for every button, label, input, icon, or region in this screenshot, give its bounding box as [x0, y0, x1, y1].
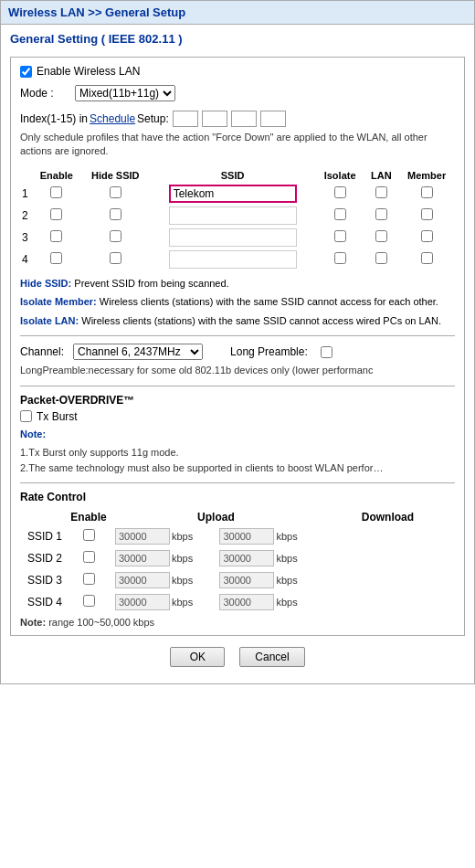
row-num-4: 4	[20, 249, 32, 270]
row3-lan-checkbox[interactable]	[375, 230, 387, 242]
row2-ssid-input[interactable]	[169, 206, 297, 225]
table-row: 4	[20, 249, 455, 270]
row4-ssid-input[interactable]	[169, 250, 297, 269]
rate-control-title: Rate Control	[20, 491, 455, 503]
rate-ssid3-upload-cell: kbps	[111, 569, 216, 591]
rate-ssid3-enable[interactable]	[83, 573, 95, 585]
schedule-input-3[interactable]	[231, 111, 257, 127]
rate-row-1: SSID 1 kbps kbp	[20, 525, 455, 547]
schedule-row: Index(1-15) in Schedule Setup:	[20, 111, 455, 127]
rate-note-label: Note:	[20, 617, 46, 628]
enable-wireless-checkbox[interactable]	[20, 66, 32, 78]
row1-isolate-cell	[316, 183, 364, 205]
tx-burst-checkbox[interactable]	[20, 410, 32, 422]
button-row: OK Cancel	[10, 647, 465, 676]
ssid-note-2: Isolate Member: Wireless clients (statio…	[20, 294, 455, 310]
schedule-input-1[interactable]	[173, 111, 198, 127]
hide-ssid-note-text: Prevent SSID from being scanned.	[74, 278, 228, 289]
row3-isolate-checkbox[interactable]	[334, 230, 346, 242]
schedule-input-4[interactable]	[260, 111, 286, 127]
col-isolate: Isolate	[316, 168, 364, 183]
row2-member-checkbox[interactable]	[421, 208, 433, 220]
row2-hide-checkbox[interactable]	[110, 208, 121, 220]
rate-ssid2-upload-cell: kbps	[111, 547, 216, 569]
note-section: Note:	[20, 427, 455, 442]
rate-ssid1-download-kbps: kbps	[276, 531, 297, 542]
row3-ssid-input[interactable]	[169, 228, 297, 247]
rate-ssid1-download-cell: kbps	[216, 525, 320, 547]
rate-ssid2-download-cell: kbps	[216, 547, 320, 569]
rate-ssid2-download-input[interactable]	[219, 550, 274, 566]
rate-note: Note: range 100~50,000 kbps	[20, 617, 455, 628]
rate-col-download: Download	[321, 509, 455, 525]
row4-enable-checkbox[interactable]	[50, 252, 62, 264]
row1-isolate-checkbox[interactable]	[334, 186, 346, 198]
channel-row: Channel: Channel 6, 2437MHz Channel 1, 2…	[20, 344, 455, 360]
col-enable: Enable	[32, 168, 81, 183]
rate-ssid3-download-cell: kbps	[216, 569, 320, 591]
rate-row-4: SSID 4 kbps kbp	[20, 591, 455, 613]
row3-hide-checkbox[interactable]	[110, 230, 121, 242]
row2-isolate-cell	[316, 205, 364, 227]
mode-select[interactable]: Mixed(11b+11g) 11b Only 11g Only	[75, 85, 175, 101]
hide-ssid-note-label: Hide SSID:	[20, 278, 71, 289]
rate-ssid2-enable[interactable]	[83, 551, 95, 563]
row4-hide-checkbox[interactable]	[110, 252, 121, 264]
mode-row: Mode : Mixed(11b+11g) 11b Only 11g Only	[20, 85, 455, 101]
row3-enable-checkbox[interactable]	[50, 230, 62, 242]
row-num-2: 2	[20, 205, 32, 227]
row1-member-checkbox[interactable]	[421, 186, 433, 198]
row3-member-checkbox[interactable]	[421, 230, 433, 242]
rate-ssid1-download-input[interactable]	[219, 528, 274, 545]
channel-label: Channel:	[20, 345, 64, 358]
row-num-3: 3	[20, 227, 32, 249]
channel-select[interactable]: Channel 6, 2437MHz Channel 1, 2412MHz Ch…	[73, 344, 203, 360]
row4-enable-cell	[32, 249, 81, 270]
row-num-1: 1	[20, 183, 32, 205]
rate-ssid3-upload-input[interactable]	[115, 572, 170, 588]
row1-enable-checkbox[interactable]	[50, 186, 62, 198]
row4-member-cell	[398, 249, 455, 270]
row1-lan-checkbox[interactable]	[375, 186, 387, 198]
row3-isolate-cell	[316, 227, 364, 249]
cancel-button[interactable]: Cancel	[239, 647, 304, 667]
rate-ssid1-enable[interactable]	[83, 529, 95, 541]
page-title: Wireless LAN >> General Setup	[1, 1, 474, 25]
col-num	[20, 168, 32, 183]
tx-burst-label: Tx Burst	[37, 410, 78, 423]
row2-enable-checkbox[interactable]	[50, 208, 62, 220]
table-row: 1	[20, 183, 455, 205]
rate-col-enable: Enable	[66, 509, 111, 525]
schedule-inputs	[173, 111, 286, 127]
row4-isolate-cell	[316, 249, 364, 270]
row3-hide-cell	[81, 227, 150, 249]
schedule-link[interactable]: Schedule	[90, 112, 135, 125]
rate-ssid3-upload-kbps: kbps	[172, 575, 193, 586]
rate-ssid2-upload-kbps: kbps	[172, 553, 193, 564]
row2-lan-checkbox[interactable]	[375, 208, 387, 220]
rate-ssid3-download-kbps: kbps	[276, 575, 297, 586]
row4-lan-checkbox[interactable]	[375, 252, 387, 264]
row4-isolate-checkbox[interactable]	[334, 252, 346, 264]
rate-ssid4-enable[interactable]	[83, 595, 95, 607]
page-container: Wireless LAN >> General Setup General Se…	[0, 0, 475, 684]
row1-hide-checkbox[interactable]	[110, 186, 121, 198]
rate-ssid4-upload-input[interactable]	[115, 594, 170, 610]
row1-enable-cell	[32, 183, 81, 205]
schedule-input-2[interactable]	[202, 111, 227, 127]
rate-ssid2-upload-input[interactable]	[115, 550, 170, 566]
row4-member-checkbox[interactable]	[421, 252, 433, 264]
ok-button[interactable]: OK	[170, 647, 225, 667]
rate-ssid1-upload-input[interactable]	[115, 528, 170, 545]
long-preamble-checkbox[interactable]	[321, 346, 332, 358]
rate-ssid3-download-input[interactable]	[219, 572, 274, 588]
row2-ssid-cell	[150, 205, 316, 227]
rate-ssid4-download-input[interactable]	[219, 594, 274, 610]
row1-ssid-input[interactable]	[169, 185, 297, 203]
row2-isolate-checkbox[interactable]	[334, 208, 346, 220]
tx-burst-row: Tx Burst	[20, 410, 455, 423]
rate-ssid4-download-cell: kbps	[216, 591, 320, 613]
note-line-1: 1.Tx Burst only supports 11g mode.	[20, 445, 455, 460]
divider-3	[20, 482, 455, 483]
row3-lan-cell	[364, 227, 399, 249]
